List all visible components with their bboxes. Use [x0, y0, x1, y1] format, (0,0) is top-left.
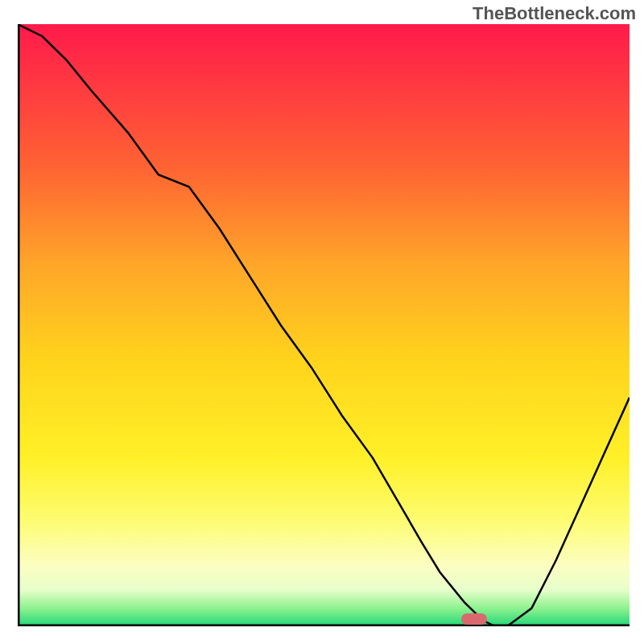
- chart-container: TheBottleneck.com: [0, 0, 644, 644]
- gradient-plot-area: [18, 24, 630, 626]
- watermark-text: TheBottleneck.com: [473, 3, 636, 24]
